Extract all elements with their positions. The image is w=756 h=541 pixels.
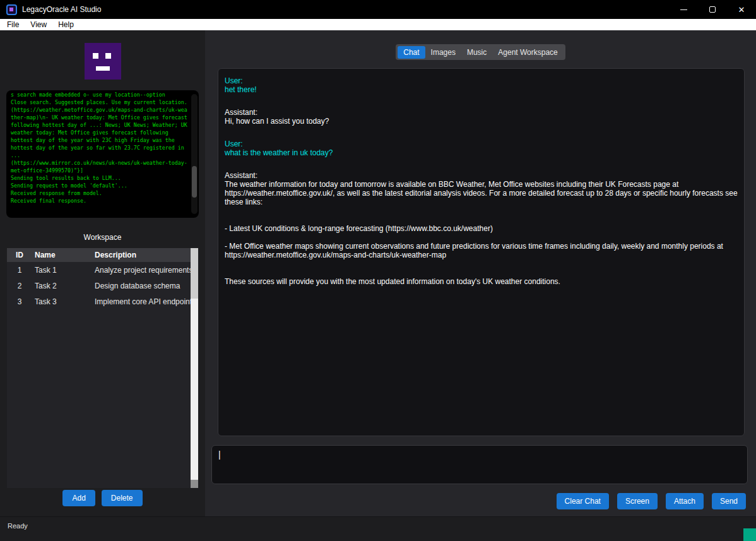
workspace-table: ID Name Description 1 Task 1 Analyze pro… bbox=[7, 248, 191, 488]
tab-chat[interactable]: Chat bbox=[398, 46, 425, 59]
console-log-text: s search made embedded o- use my locatio… bbox=[11, 91, 190, 214]
app-logo bbox=[85, 43, 121, 80]
left-panel: s search made embedded o- use my locatio… bbox=[0, 30, 205, 516]
cell-name: Task 3 bbox=[32, 297, 92, 306]
logo-eye-right bbox=[105, 53, 111, 59]
maximize-icon bbox=[709, 6, 716, 13]
menu-file[interactable]: File bbox=[1, 19, 25, 30]
cell-name: Task 1 bbox=[32, 266, 92, 275]
chat-message: User: what is the weather in uk today? bbox=[225, 140, 738, 157]
message-role: Assistant: bbox=[225, 108, 738, 117]
chat-message: User: het there! bbox=[225, 76, 738, 94]
cell-name: Task 2 bbox=[32, 282, 92, 290]
titlebar: LegacyOracle AI Studio ✕ bbox=[0, 0, 756, 19]
workspace-heading: Workspace bbox=[84, 233, 122, 242]
table-scrollbar[interactable] bbox=[191, 248, 198, 488]
cell-description: Implement core API endpoints bbox=[92, 297, 191, 306]
message-role: User: bbox=[225, 140, 738, 148]
menubar: File View Help bbox=[0, 19, 756, 30]
chat-message: Assistant: Hi, how can I assist you toda… bbox=[225, 108, 738, 126]
attach-button[interactable]: Attach bbox=[666, 493, 704, 509]
resize-grip[interactable] bbox=[743, 528, 756, 541]
message-text: Hi, how can I assist you today? bbox=[225, 117, 738, 126]
tab-bar: Chat Images Music Agent Workspace bbox=[396, 44, 565, 60]
logo-eye-left bbox=[93, 53, 98, 59]
cell-id: 3 bbox=[7, 297, 32, 306]
delete-task-button[interactable]: Delete bbox=[102, 490, 143, 506]
workspace-button-row: Add Delete bbox=[62, 490, 142, 506]
message-text: what is the weather in uk today? bbox=[225, 148, 738, 157]
table-scrollbar-button[interactable] bbox=[191, 480, 198, 488]
main-content: s search made embedded o- use my locatio… bbox=[0, 30, 756, 516]
app-window: LegacyOracle AI Studio ✕ File View Help … bbox=[0, 0, 756, 541]
table-header-row: ID Name Description bbox=[7, 248, 191, 262]
send-button[interactable]: Send bbox=[712, 493, 746, 509]
message-text: het there! bbox=[225, 85, 738, 94]
tab-images[interactable]: Images bbox=[425, 46, 461, 59]
close-icon: ✕ bbox=[738, 5, 745, 15]
chat-input[interactable]: | bbox=[211, 445, 748, 484]
message-role: Assistant: bbox=[225, 171, 738, 180]
column-header-description[interactable]: Description bbox=[92, 251, 191, 259]
menu-view[interactable]: View bbox=[25, 19, 52, 30]
menu-help[interactable]: Help bbox=[52, 19, 80, 30]
add-task-button[interactable]: Add bbox=[62, 490, 95, 506]
tab-agent-workspace[interactable]: Agent Workspace bbox=[492, 46, 564, 59]
screen-button[interactable]: Screen bbox=[617, 493, 658, 509]
workspace-table-container: ID Name Description 1 Task 1 Analyze pro… bbox=[7, 248, 198, 488]
table-row[interactable]: 1 Task 1 Analyze project requirements bbox=[7, 262, 191, 278]
log-console[interactable]: s search made embedded o- use my locatio… bbox=[6, 90, 199, 218]
minimize-button[interactable] bbox=[669, 0, 698, 19]
window-title: LegacyOracle AI Studio bbox=[22, 5, 101, 14]
table-scrollbar-thumb[interactable] bbox=[191, 248, 198, 299]
statusbar: Ready bbox=[0, 516, 756, 541]
column-header-name[interactable]: Name bbox=[32, 251, 92, 259]
status-text: Ready bbox=[8, 522, 28, 530]
clear-chat-button[interactable]: Clear Chat bbox=[557, 493, 609, 509]
cell-description: Design database schema bbox=[92, 282, 191, 290]
right-panel: Chat Images Music Agent Workspace User: … bbox=[205, 30, 756, 516]
message-role: User: bbox=[225, 76, 738, 85]
tab-music[interactable]: Music bbox=[461, 46, 492, 59]
cell-id: 2 bbox=[7, 282, 32, 290]
text-cursor: | bbox=[218, 449, 221, 460]
console-scrollbar[interactable] bbox=[191, 94, 198, 214]
app-icon bbox=[6, 4, 17, 15]
chat-button-row: Clear Chat Screen Attach Send bbox=[205, 493, 746, 509]
close-button[interactable]: ✕ bbox=[727, 0, 756, 19]
minimize-icon bbox=[680, 9, 687, 10]
column-header-id[interactable]: ID bbox=[7, 251, 32, 259]
chat-message: Assistant: The weather information for t… bbox=[225, 171, 738, 286]
console-scrollbar-thumb[interactable] bbox=[192, 166, 197, 198]
table-row[interactable]: 2 Task 2 Design database schema bbox=[7, 278, 191, 294]
logo-mouth bbox=[96, 66, 110, 71]
table-row[interactable]: 3 Task 3 Implement core API endpoints bbox=[7, 294, 191, 309]
message-text: The weather information for today and to… bbox=[225, 180, 738, 286]
chat-display[interactable]: User: het there! Assistant: Hi, how can … bbox=[218, 68, 745, 436]
maximize-button[interactable] bbox=[698, 0, 727, 19]
cell-id: 1 bbox=[7, 266, 32, 275]
cell-description: Analyze project requirements bbox=[92, 266, 191, 275]
